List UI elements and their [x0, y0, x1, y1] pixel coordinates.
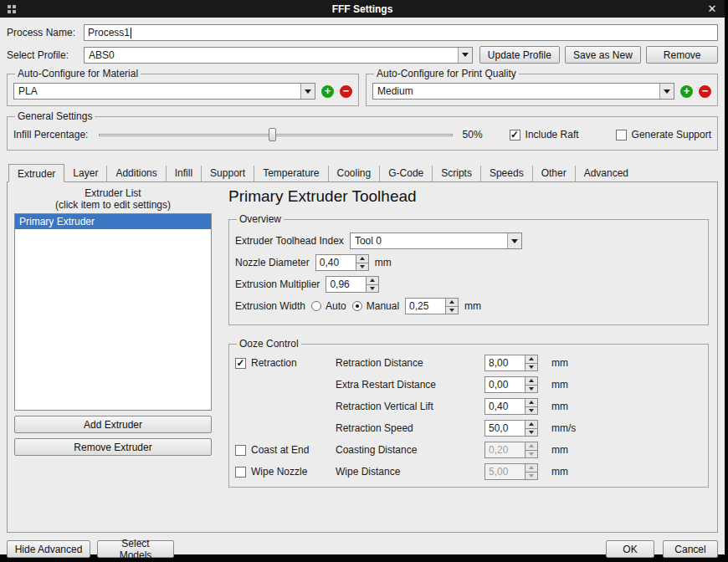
spinner-arrows[interactable]: [525, 355, 537, 370]
chevron-down-icon[interactable]: [659, 84, 674, 99]
tab-other[interactable]: Other: [533, 166, 576, 181]
select-models-button[interactable]: Select Models: [97, 540, 174, 558]
manual-label: Manual: [367, 300, 399, 312]
spinner-value: 0,00: [485, 377, 525, 392]
spin-up-icon[interactable]: [525, 399, 537, 407]
ooze-control-group: Ooze Control Retraction Retraction Dista…: [228, 338, 709, 488]
remove-extruder-button[interactable]: Remove Extruder: [14, 438, 212, 456]
select-profile-row: Select Profile: ABS0 Update Profile Save…: [7, 46, 718, 64]
infill-slider[interactable]: [99, 127, 453, 142]
extrusion-width-manual-radio[interactable]: Manual: [352, 300, 399, 312]
spinner-arrows[interactable]: [525, 399, 537, 414]
title-bar[interactable]: FFF Settings: [0, 0, 725, 18]
spin-down-icon[interactable]: [525, 429, 537, 437]
spinner-arrows[interactable]: [525, 377, 537, 392]
spinner-value: 8,00: [485, 355, 525, 370]
add-material-icon[interactable]: [321, 85, 334, 98]
wipe-distance-spinner: 5,00: [484, 463, 538, 480]
extrusion-multiplier-spinner[interactable]: 0,96: [326, 276, 379, 293]
spinner-arrows[interactable]: [445, 299, 458, 314]
remove-material-icon[interactable]: [340, 85, 352, 98]
spin-down-icon[interactable]: [525, 386, 537, 393]
spinner-value: 0,40: [485, 399, 525, 414]
tab-additions[interactable]: Additions: [107, 166, 166, 181]
quality-select[interactable]: Medium: [372, 83, 674, 100]
spin-up-icon[interactable]: [446, 299, 458, 307]
list-item[interactable]: Primary Extruder: [15, 214, 211, 229]
retraction-vertical-lift-spinner[interactable]: 0,40: [484, 398, 538, 415]
wipe-nozzle-checkbox[interactable]: Wipe Nozzle: [235, 466, 329, 478]
checkbox-box: [235, 467, 246, 478]
unit-label: mm: [551, 466, 702, 478]
spin-up-icon[interactable]: [356, 255, 368, 263]
toolhead-index-select[interactable]: Tool 0: [350, 232, 522, 249]
retraction-speed-spinner[interactable]: 50,0: [484, 420, 538, 437]
remove-quality-icon[interactable]: [699, 85, 711, 98]
spin-up-icon[interactable]: [525, 377, 537, 386]
remove-profile-button[interactable]: Remove: [646, 46, 718, 64]
tab-support[interactable]: Support: [202, 166, 254, 181]
chevron-down-icon[interactable]: [300, 84, 315, 99]
save-as-new-button[interactable]: Save as New: [565, 46, 642, 64]
add-extruder-button[interactable]: Add Extruder: [14, 416, 212, 433]
tab-temperature[interactable]: Temperature: [254, 166, 328, 181]
checkbox-box: [616, 130, 627, 140]
extrusion-multiplier-label: Extrusion Multiplier: [235, 278, 320, 290]
slider-handle[interactable]: [269, 128, 276, 141]
generate-support-checkbox[interactable]: Generate Support: [616, 129, 711, 140]
ok-button[interactable]: OK: [606, 540, 654, 558]
chevron-down-icon[interactable]: [458, 48, 472, 63]
spin-up-icon[interactable]: [367, 277, 378, 285]
chevron-down-icon[interactable]: [507, 233, 521, 248]
spin-up-icon[interactable]: [525, 355, 537, 364]
tab-scripts[interactable]: Scripts: [433, 166, 481, 181]
tab-gcode[interactable]: G-Code: [380, 166, 433, 181]
extrusion-multiplier-row: Extrusion Multiplier 0,96: [235, 275, 702, 294]
extruder-settings-column: Primary Extruder Toolhead Overview Extru…: [212, 187, 710, 527]
extrusion-width-row: Extrusion Width Auto Manual 0,25: [235, 297, 702, 315]
tab-speeds[interactable]: Speeds: [481, 166, 533, 181]
extruder-listbox[interactable]: Primary Extruder: [14, 213, 212, 411]
hide-advanced-button[interactable]: Hide Advanced: [7, 540, 90, 558]
tab-extruder[interactable]: Extruder: [8, 164, 64, 182]
extruder-list-hint: (click item to edit settings): [14, 199, 212, 211]
close-icon[interactable]: [700, 3, 725, 15]
nozzle-diameter-label: Nozzle Diameter: [235, 257, 310, 268]
spin-down-icon[interactable]: [525, 407, 537, 415]
tab-advanced[interactable]: Advanced: [576, 166, 637, 181]
extrusion-width-auto-radio[interactable]: Auto: [311, 300, 346, 312]
tab-infill[interactable]: Infill: [167, 166, 202, 181]
spin-down-icon[interactable]: [367, 285, 378, 293]
wipe-nozzle-label: Wipe Nozzle: [251, 466, 307, 478]
radio-circle: [352, 301, 362, 311]
spinner-arrows[interactable]: [356, 255, 368, 270]
add-quality-icon[interactable]: [680, 85, 693, 98]
spinner-arrows: [525, 442, 537, 457]
retraction-distance-spinner[interactable]: 8,00: [484, 355, 538, 371]
extra-restart-distance-spinner[interactable]: 0,00: [484, 376, 538, 393]
spinner-arrows: [525, 464, 537, 479]
cancel-button[interactable]: Cancel: [663, 540, 718, 558]
material-select[interactable]: PLA: [13, 83, 315, 100]
tab-layer[interactable]: Layer: [64, 166, 107, 181]
spin-up-icon[interactable]: [525, 421, 537, 429]
dialog-body: Process Name: Process1 Select Profile: A…: [0, 18, 725, 558]
retraction-checkbox[interactable]: Retraction: [235, 357, 329, 369]
extrusion-width-spinner[interactable]: 0,25: [405, 298, 459, 314]
desktop-background: FFF Settings Process Name: Process1 Sele…: [0, 0, 728, 562]
spinner-arrows[interactable]: [525, 421, 537, 436]
update-profile-button[interactable]: Update Profile: [479, 46, 560, 64]
profile-select[interactable]: ABS0: [84, 47, 473, 64]
extruder-tab-panel: Extruder List (click item to edit settin…: [7, 181, 718, 533]
nozzle-diameter-spinner[interactable]: 0,40: [315, 254, 369, 271]
process-name-input[interactable]: Process1: [84, 24, 718, 41]
include-raft-checkbox[interactable]: Include Raft: [510, 129, 579, 140]
spin-down-icon[interactable]: [525, 364, 537, 371]
general-settings-title: General Settings: [15, 110, 95, 122]
tab-cooling[interactable]: Cooling: [329, 166, 381, 181]
ooze-control-title: Ooze Control: [237, 338, 301, 350]
spin-down-icon[interactable]: [446, 307, 458, 314]
coast-at-end-checkbox[interactable]: Coast at End: [235, 444, 329, 456]
spin-down-icon[interactable]: [356, 263, 368, 271]
spinner-arrows[interactable]: [366, 277, 378, 292]
